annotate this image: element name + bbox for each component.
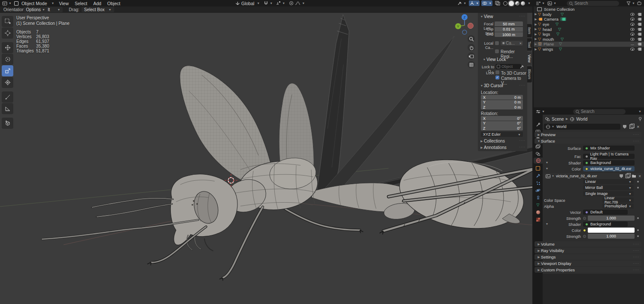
cursor-rot-z[interactable]: Z0° — [481, 126, 523, 131]
tool-rotate[interactable] — [2, 54, 13, 65]
transform-orientation[interactable]: Global ▼ — [235, 1, 260, 6]
hide-toggle-icon[interactable] — [630, 23, 635, 26]
tab-tool[interactable]: Tool — [527, 38, 532, 51]
snap-toggle[interactable]: ▼ — [264, 1, 273, 6]
render-visibility-icon[interactable] — [637, 23, 641, 26]
expand-icon[interactable]: ▶ — [534, 37, 538, 41]
hide-toggle-icon[interactable] — [630, 13, 635, 16]
drag-setting-dropdown[interactable]: Select Box ▼ — [82, 7, 114, 12]
shading-solid-button[interactable] — [509, 1, 514, 6]
tab-data-icon[interactable]: ▽ — [534, 202, 542, 208]
outliner-row-head[interactable]: ▶ ▽ head ▽ — [534, 27, 644, 32]
hidden-toggle-icon[interactable] — [630, 43, 635, 45]
local-camera-field[interactable]: Ca... × — [501, 41, 523, 46]
surface-panel-header[interactable]: ▼Surface···· — [535, 138, 641, 144]
cursor-rot-y[interactable]: Y0° — [481, 121, 523, 126]
tab-modifiers-icon[interactable] — [534, 173, 542, 179]
proportional-editing[interactable]: ▼ — [289, 1, 305, 6]
decorator-dot[interactable] — [637, 235, 639, 237]
outliner-row-plane[interactable]: ▶ ▽ Plane ▽ — [534, 42, 644, 47]
zoom-button[interactable] — [468, 35, 475, 43]
render-visibility-icon[interactable] — [637, 13, 641, 16]
tab-blosm[interactable]: Blosm — [527, 66, 532, 82]
expand-icon[interactable]: ▶ — [534, 33, 538, 36]
camera-view-button[interactable] — [468, 52, 475, 60]
focal-length-field[interactable]: 50 mm — [495, 21, 523, 26]
render-region-checkbox[interactable] — [495, 49, 499, 53]
shading-material-button[interactable] — [515, 1, 519, 6]
tool-add-cube[interactable] — [2, 118, 13, 129]
xray-toggle[interactable] — [495, 1, 500, 6]
show-gizmo-toggle[interactable]: ▼ — [469, 0, 480, 6]
clear-icon[interactable]: × — [519, 41, 522, 46]
decorator-dot[interactable] — [637, 229, 639, 231]
outliner-display-mode[interactable]: ▼ — [547, 1, 556, 6]
tool-cursor[interactable] — [2, 27, 13, 39]
mode-selector[interactable]: Object Mode ▼ — [14, 1, 54, 6]
cursor-rot-x[interactable]: X0° — [481, 116, 523, 121]
pin-icon[interactable] — [638, 117, 642, 122]
tool-move[interactable] — [2, 42, 13, 53]
render-visibility-icon[interactable] — [637, 43, 641, 46]
collections-panel-header[interactable]: ▶Collections — [480, 139, 505, 143]
local-camera-checkbox[interactable] — [495, 41, 499, 45]
color1-value-field[interactable]: victoria_curve_02_4k.exr — [583, 166, 635, 171]
duplicate-datablock-icon[interactable] — [629, 125, 633, 129]
properties-search[interactable]: Search — [573, 109, 626, 114]
tab-physics-icon[interactable] — [534, 187, 542, 193]
snap-target[interactable]: ▼ — [276, 1, 285, 6]
decorator-dot[interactable] — [637, 187, 639, 188]
hide-toggle-icon[interactable] — [630, 48, 635, 51]
vector-value-field[interactable]: Default — [583, 210, 628, 215]
tool-annotate[interactable] — [2, 91, 13, 103]
color-space-dropdown[interactable]: Linear Rec.709▼ — [602, 198, 634, 203]
tab-particles-icon[interactable] — [534, 180, 542, 186]
tab-constraints-icon[interactable] — [534, 195, 542, 201]
image-name[interactable]: victoria_curve_02_4k.exr — [556, 174, 597, 178]
camera-to-view-checkbox[interactable]: ✓ — [495, 76, 499, 79]
active-camera-data-icon[interactable] — [560, 17, 566, 21]
interpolation-dropdown[interactable]: Linear▼ — [583, 179, 634, 184]
decorator-dot[interactable] — [637, 181, 639, 182]
new-collection-icon[interactable] — [637, 1, 642, 6]
viewport-3d[interactable]: ▼ Object Mode ▼ View Select Add Object G… — [0, 0, 532, 304]
menu-select[interactable]: Select — [72, 1, 90, 6]
hide-toggle-icon[interactable] — [630, 28, 635, 31]
outliner-row-legs[interactable]: ▶ ▽ legs ▽ — [534, 32, 644, 37]
decorator-dot[interactable] — [637, 217, 639, 219]
image-duplicate-icon[interactable] — [626, 174, 629, 178]
filter-icon[interactable] — [626, 1, 631, 6]
tool-scale[interactable] — [2, 65, 13, 76]
outliner-editor-button[interactable]: ▼ — [536, 1, 545, 6]
annotations-panel-header[interactable]: ▶Annotations — [480, 145, 507, 150]
render-visibility-icon[interactable] — [637, 48, 641, 51]
expand-icon[interactable]: ▶ — [534, 27, 538, 31]
cursor-loc-y[interactable]: Y0 m — [481, 100, 523, 105]
render-visibility-icon[interactable] — [637, 38, 641, 41]
projection-dropdown[interactable]: Mirror Ball▼ — [583, 185, 634, 190]
custom-properties-panel-header[interactable]: ▶Custom Properties···· — [535, 267, 641, 273]
tab-item[interactable]: Item — [527, 24, 532, 37]
open-image-icon[interactable] — [632, 175, 636, 178]
expand-icon[interactable]: ▶ — [534, 23, 538, 26]
editor-type-button[interactable]: ▼ — [2, 1, 12, 6]
color2-swatch[interactable] — [588, 228, 635, 233]
outliner-row-camera[interactable]: ▶ Camera — [534, 17, 644, 22]
properties-editor-button[interactable]: ▼ — [536, 109, 545, 114]
render-visibility-icon[interactable] — [637, 28, 641, 31]
shading-wireframe-button[interactable] — [503, 1, 507, 6]
expand-icon[interactable]: ▶ — [534, 48, 538, 51]
unlink-datablock-icon[interactable]: × — [637, 124, 639, 129]
alpha-dropdown[interactable]: Premultiplied▼ — [602, 204, 634, 209]
volume-panel-header[interactable]: ▶Volume···· — [535, 241, 641, 247]
shader1-value-field[interactable]: Background — [583, 160, 635, 165]
menu-object[interactable]: Object — [104, 1, 123, 6]
tool-select-box[interactable] — [2, 16, 13, 27]
shader2-value-field[interactable]: Background — [583, 222, 628, 227]
cursor-loc-z[interactable]: Z0 m — [481, 105, 523, 109]
cursor-panel-header[interactable]: ▼3D Cursor — [480, 83, 504, 88]
shading-rendered-button[interactable] — [521, 1, 525, 6]
ortho-toggle-button[interactable] — [468, 61, 475, 68]
outliner-row-mouth[interactable]: ▶ ▽ mouth ▽ — [534, 37, 644, 42]
options-button[interactable]: Options▼ — [24, 7, 48, 12]
